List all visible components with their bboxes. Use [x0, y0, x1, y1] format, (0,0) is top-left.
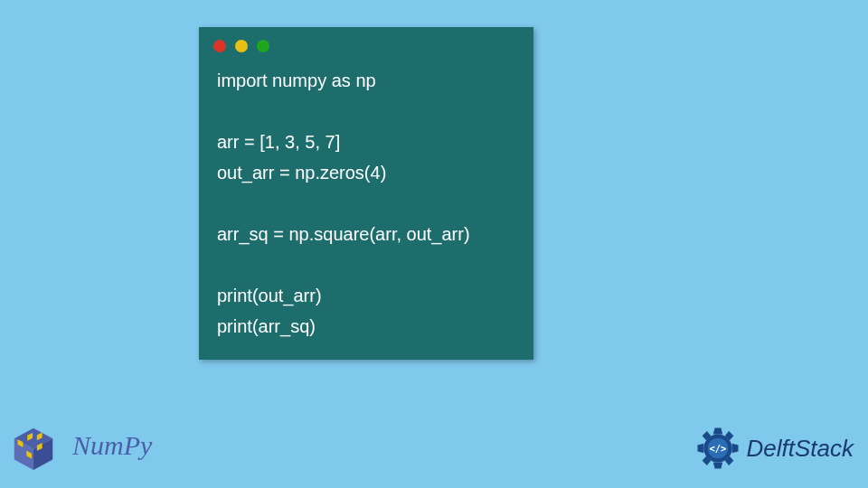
- numpy-cube-icon: [7, 419, 60, 472]
- svg-marker-11: [731, 444, 738, 453]
- svg-marker-10: [697, 444, 703, 453]
- numpy-label: NumPy: [72, 430, 152, 461]
- code-line: [217, 249, 515, 280]
- code-line: print(arr_sq): [217, 311, 515, 342]
- delftstack-gear-icon: </>: [694, 425, 741, 472]
- delftstack-logo: </> DelftStack: [694, 425, 854, 472]
- code-line: arr_sq = np.square(arr, out_arr): [217, 219, 515, 249]
- svg-marker-8: [712, 427, 722, 434]
- svg-text:</>: </>: [709, 443, 726, 454]
- code-line: [217, 188, 515, 219]
- maximize-dot-icon: [257, 40, 269, 52]
- minimize-dot-icon: [235, 40, 248, 52]
- numpy-logo: NumPy: [7, 419, 152, 472]
- delftstack-label: DelftStack: [747, 435, 854, 463]
- code-line: import numpy as np: [217, 65, 515, 96]
- code-line: print(out_arr): [217, 280, 515, 311]
- code-line: arr = [1, 3, 5, 7]: [217, 127, 515, 157]
- code-line: [217, 96, 515, 127]
- window-controls: [199, 27, 533, 60]
- code-window: import numpy as np arr = [1, 3, 5, 7] ou…: [199, 27, 533, 360]
- code-content: import numpy as np arr = [1, 3, 5, 7] ou…: [199, 60, 533, 360]
- svg-marker-9: [712, 463, 722, 469]
- close-dot-icon: [213, 40, 226, 52]
- code-line: out_arr = np.zeros(4): [217, 157, 515, 188]
